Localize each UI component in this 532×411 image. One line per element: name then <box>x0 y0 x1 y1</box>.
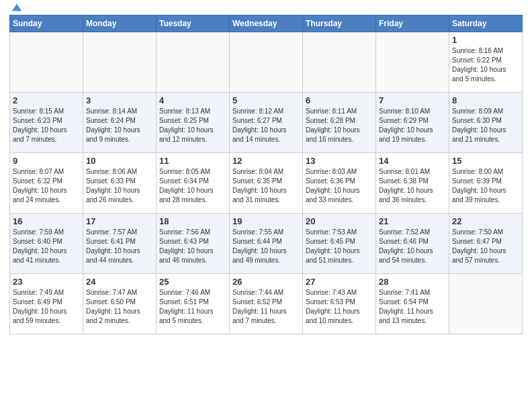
day-number: 20 <box>306 216 373 226</box>
day-info: Sunrise: 7:52 AM Sunset: 6:46 PM Dayligh… <box>379 228 446 265</box>
day-info: Sunrise: 7:57 AM Sunset: 6:41 PM Dayligh… <box>86 228 153 265</box>
day-number: 28 <box>379 277 446 287</box>
calendar-cell-week4-day5: 20Sunrise: 7:53 AM Sunset: 6:45 PM Dayli… <box>303 214 376 274</box>
day-info: Sunrise: 7:43 AM Sunset: 6:53 PM Dayligh… <box>306 288 373 326</box>
calendar-cell-week3-day4: 12Sunrise: 8:04 AM Sunset: 6:35 PM Dayli… <box>230 153 303 214</box>
calendar-cell-week4-day4: 19Sunrise: 7:55 AM Sunset: 6:44 PM Dayli… <box>230 214 303 274</box>
day-number: 16 <box>13 216 80 226</box>
calendar-cell-week4-day6: 21Sunrise: 7:52 AM Sunset: 6:46 PM Dayli… <box>376 214 449 274</box>
day-info: Sunrise: 7:41 AM Sunset: 6:54 PM Dayligh… <box>379 288 446 326</box>
day-info: Sunrise: 7:55 AM Sunset: 6:44 PM Dayligh… <box>232 228 300 265</box>
calendar-cell-week4-day1: 16Sunrise: 7:59 AM Sunset: 6:40 PM Dayli… <box>10 214 83 274</box>
header <box>9 7 523 11</box>
day-number: 8 <box>452 95 519 105</box>
col-header-friday: Friday <box>376 15 449 32</box>
day-info: Sunrise: 8:06 AM Sunset: 6:33 PM Dayligh… <box>86 167 153 205</box>
calendar-cell-week5-day4: 26Sunrise: 7:44 AM Sunset: 6:52 PM Dayli… <box>230 274 303 334</box>
calendar-cell-week1-day3 <box>157 32 230 93</box>
day-info: Sunrise: 7:53 AM Sunset: 6:45 PM Dayligh… <box>306 228 373 265</box>
calendar-row-week-2: 2Sunrise: 8:15 AM Sunset: 6:23 PM Daylig… <box>10 93 523 153</box>
day-info: Sunrise: 7:50 AM Sunset: 6:47 PM Dayligh… <box>452 228 519 265</box>
page: SundayMondayTuesdayWednesdayThursdayFrid… <box>0 0 532 344</box>
day-number: 11 <box>159 156 226 166</box>
calendar-cell-week3-day1: 9Sunrise: 8:07 AM Sunset: 6:32 PM Daylig… <box>10 153 83 214</box>
calendar-cell-week4-day2: 17Sunrise: 7:57 AM Sunset: 6:41 PM Dayli… <box>83 214 157 274</box>
day-info: Sunrise: 8:12 AM Sunset: 6:27 PM Dayligh… <box>232 107 300 144</box>
day-number: 18 <box>159 216 226 226</box>
day-info: Sunrise: 8:07 AM Sunset: 6:32 PM Dayligh… <box>13 167 80 205</box>
day-number: 19 <box>232 216 300 226</box>
calendar-cell-week2-day6: 7Sunrise: 8:10 AM Sunset: 6:29 PM Daylig… <box>376 93 449 153</box>
col-header-sunday: Sunday <box>10 15 83 32</box>
day-info: Sunrise: 7:56 AM Sunset: 6:43 PM Dayligh… <box>159 228 226 265</box>
day-info: Sunrise: 7:47 AM Sunset: 6:50 PM Dayligh… <box>86 288 153 326</box>
day-number: 23 <box>13 277 80 287</box>
day-number: 27 <box>306 277 373 287</box>
day-info: Sunrise: 8:09 AM Sunset: 6:30 PM Dayligh… <box>452 107 519 144</box>
day-number: 24 <box>86 277 153 287</box>
day-number: 13 <box>306 156 373 166</box>
calendar-cell-week2-day2: 3Sunrise: 8:14 AM Sunset: 6:24 PM Daylig… <box>83 93 157 153</box>
calendar-row-week-1: 1Sunrise: 8:16 AM Sunset: 6:22 PM Daylig… <box>10 32 523 93</box>
day-number: 15 <box>452 156 519 166</box>
calendar-cell-week3-day2: 10Sunrise: 8:06 AM Sunset: 6:33 PM Dayli… <box>83 153 157 214</box>
calendar-cell-week4-day3: 18Sunrise: 7:56 AM Sunset: 6:43 PM Dayli… <box>157 214 230 274</box>
calendar-row-week-5: 23Sunrise: 7:49 AM Sunset: 6:49 PM Dayli… <box>10 274 523 334</box>
calendar-cell-week2-day7: 8Sunrise: 8:09 AM Sunset: 6:30 PM Daylig… <box>449 93 523 153</box>
calendar-cell-week1-day5 <box>303 32 376 93</box>
calendar-row-week-3: 9Sunrise: 8:07 AM Sunset: 6:32 PM Daylig… <box>10 153 523 214</box>
calendar-cell-week4-day7: 22Sunrise: 7:50 AM Sunset: 6:47 PM Dayli… <box>449 214 523 274</box>
col-header-saturday: Saturday <box>449 15 523 32</box>
calendar-table: SundayMondayTuesdayWednesdayThursdayFrid… <box>9 15 523 334</box>
day-number: 6 <box>306 95 373 105</box>
calendar-cell-week5-day1: 23Sunrise: 7:49 AM Sunset: 6:49 PM Dayli… <box>10 274 83 334</box>
calendar-cell-week5-day7 <box>449 274 523 334</box>
day-info: Sunrise: 7:46 AM Sunset: 6:51 PM Dayligh… <box>159 288 226 326</box>
calendar-cell-week1-day6 <box>376 32 449 93</box>
calendar-cell-week3-day7: 15Sunrise: 8:00 AM Sunset: 6:39 PM Dayli… <box>449 153 523 214</box>
col-header-wednesday: Wednesday <box>230 15 303 32</box>
calendar-cell-week3-day5: 13Sunrise: 8:03 AM Sunset: 6:36 PM Dayli… <box>303 153 376 214</box>
col-header-monday: Monday <box>83 15 157 32</box>
day-info: Sunrise: 8:04 AM Sunset: 6:35 PM Dayligh… <box>232 167 300 205</box>
calendar-cell-week5-day3: 25Sunrise: 7:46 AM Sunset: 6:51 PM Dayli… <box>157 274 230 334</box>
day-number: 25 <box>159 277 226 287</box>
calendar-cell-week5-day6: 28Sunrise: 7:41 AM Sunset: 6:54 PM Dayli… <box>376 274 449 334</box>
day-info: Sunrise: 8:14 AM Sunset: 6:24 PM Dayligh… <box>86 107 153 144</box>
day-number: 7 <box>379 95 446 105</box>
calendar-cell-week2-day1: 2Sunrise: 8:15 AM Sunset: 6:23 PM Daylig… <box>10 93 83 153</box>
calendar-cell-week1-day1 <box>10 32 83 93</box>
col-header-tuesday: Tuesday <box>157 15 230 32</box>
col-header-thursday: Thursday <box>303 15 376 32</box>
day-info: Sunrise: 8:11 AM Sunset: 6:28 PM Dayligh… <box>306 107 373 144</box>
day-info: Sunrise: 8:16 AM Sunset: 6:22 PM Dayligh… <box>452 46 519 84</box>
logo <box>9 7 23 11</box>
calendar-cell-week2-day4: 5Sunrise: 8:12 AM Sunset: 6:27 PM Daylig… <box>230 93 303 153</box>
calendar-header-row: SundayMondayTuesdayWednesdayThursdayFrid… <box>10 15 523 32</box>
day-number: 17 <box>86 216 153 226</box>
day-info: Sunrise: 8:15 AM Sunset: 6:23 PM Dayligh… <box>13 107 80 144</box>
day-info: Sunrise: 8:03 AM Sunset: 6:36 PM Dayligh… <box>306 167 373 205</box>
logo-icon <box>11 1 23 13</box>
day-info: Sunrise: 7:59 AM Sunset: 6:40 PM Dayligh… <box>13 228 80 265</box>
day-info: Sunrise: 8:05 AM Sunset: 6:34 PM Dayligh… <box>159 167 226 205</box>
day-number: 4 <box>159 95 226 105</box>
calendar-cell-week2-day5: 6Sunrise: 8:11 AM Sunset: 6:28 PM Daylig… <box>303 93 376 153</box>
calendar-cell-week3-day3: 11Sunrise: 8:05 AM Sunset: 6:34 PM Dayli… <box>157 153 230 214</box>
day-info: Sunrise: 8:01 AM Sunset: 6:38 PM Dayligh… <box>379 167 446 205</box>
calendar-cell-week1-day7: 1Sunrise: 8:16 AM Sunset: 6:22 PM Daylig… <box>449 32 523 93</box>
calendar-cell-week1-day2 <box>83 32 157 93</box>
calendar-cell-week5-day2: 24Sunrise: 7:47 AM Sunset: 6:50 PM Dayli… <box>83 274 157 334</box>
calendar-row-week-4: 16Sunrise: 7:59 AM Sunset: 6:40 PM Dayli… <box>10 214 523 274</box>
day-info: Sunrise: 7:49 AM Sunset: 6:49 PM Dayligh… <box>13 288 80 326</box>
day-number: 3 <box>86 95 153 105</box>
day-number: 21 <box>379 216 446 226</box>
svg-marker-0 <box>12 4 21 11</box>
calendar-cell-week5-day5: 27Sunrise: 7:43 AM Sunset: 6:53 PM Dayli… <box>303 274 376 334</box>
day-number: 2 <box>13 95 80 105</box>
day-info: Sunrise: 8:13 AM Sunset: 6:25 PM Dayligh… <box>159 107 226 144</box>
calendar-cell-week2-day3: 4Sunrise: 8:13 AM Sunset: 6:25 PM Daylig… <box>157 93 230 153</box>
day-info: Sunrise: 7:44 AM Sunset: 6:52 PM Dayligh… <box>232 288 300 326</box>
day-number: 9 <box>13 156 80 166</box>
day-number: 26 <box>232 277 300 287</box>
